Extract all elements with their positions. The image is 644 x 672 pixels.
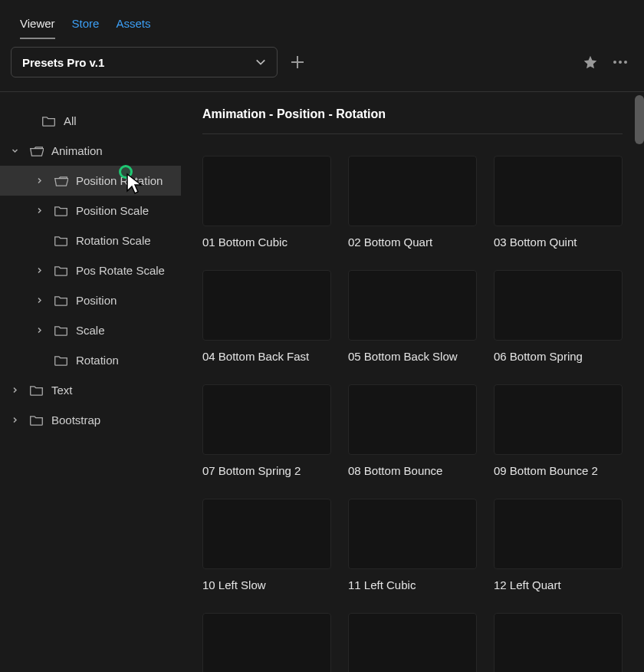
- card-title: 01 Bottom Cubic: [202, 226, 331, 249]
- thumbnail: [348, 613, 477, 672]
- preset-card[interactable]: 11 Left Cubic: [348, 499, 477, 591]
- preset-card[interactable]: 08 Bottom Bounce: [348, 384, 477, 477]
- sidebar-item-label: Rotation Scale: [76, 234, 151, 247]
- chevron-right-icon: [8, 417, 21, 423]
- sidebar-item-label: Bootstrap: [51, 413, 100, 427]
- chevron-right-icon: [32, 327, 46, 334]
- preset-card[interactable]: 04 Bottom Back Fast: [202, 270, 331, 363]
- chevron-right-icon: [8, 387, 21, 394]
- thumbnail: [348, 384, 477, 455]
- sidebar-item-pos-rotate-scale[interactable]: Pos Rotate Scale: [0, 255, 181, 285]
- sidebar-item-label: Animation: [51, 144, 103, 157]
- sidebar-item-all[interactable]: All: [0, 106, 181, 136]
- sidebar-item-label: Text: [51, 384, 73, 397]
- sidebar-item-label: Rotation: [76, 354, 119, 367]
- card-title: 11 Left Cubic: [348, 569, 477, 591]
- chevron-right-icon: [32, 267, 46, 274]
- folder-icon: [29, 414, 44, 427]
- card-title: 02 Bottom Quart: [348, 226, 477, 249]
- thumbnail: [202, 270, 331, 341]
- thumbnail: [494, 384, 623, 455]
- thumbnail: [494, 270, 623, 341]
- preset-card[interactable]: [494, 613, 623, 672]
- folder-icon: [54, 235, 68, 247]
- folder-icon: [54, 354, 68, 367]
- thumbnail: [202, 499, 331, 569]
- sidebar-item-label: Position Scale: [76, 204, 149, 217]
- favorite-button[interactable]: [583, 54, 598, 70]
- chevron-right-icon: [32, 297, 46, 304]
- folder-icon: [41, 115, 56, 127]
- chevron-right-icon: [32, 207, 46, 214]
- sidebar-item-position-rotation[interactable]: Position Rotation: [0, 166, 181, 196]
- sidebar-item-scale[interactable]: Scale: [0, 315, 181, 345]
- card-title: 04 Bottom Back Fast: [202, 341, 331, 363]
- preset-grid: 01 Bottom Cubic 02 Bottom Quart 03 Botto…: [202, 134, 623, 672]
- sidebar-item-position-scale[interactable]: Position Scale: [0, 196, 181, 226]
- folder-icon: [54, 265, 68, 277]
- card-title: 07 Bottom Spring 2: [202, 455, 331, 477]
- sidebar-item-text[interactable]: Text: [0, 375, 181, 405]
- preset-card[interactable]: [348, 613, 477, 672]
- sidebar-item-animation[interactable]: Animation: [0, 136, 181, 166]
- sidebar-item-label: All: [64, 114, 77, 127]
- thumbnail: [202, 613, 331, 672]
- card-title: 03 Bottom Quint: [494, 226, 623, 249]
- chevron-right-icon: [32, 177, 46, 184]
- preset-card[interactable]: 02 Bottom Quart: [348, 156, 477, 249]
- dropdown-label: Presets Pro v.1: [22, 56, 104, 69]
- card-title: 05 Bottom Back Slow: [348, 341, 477, 363]
- thumbnail: [348, 156, 477, 226]
- thumbnail: [494, 499, 623, 569]
- preset-dropdown[interactable]: Presets Pro v.1: [11, 47, 278, 77]
- sidebar-item-label: Pos Rotate Scale: [76, 264, 165, 277]
- sidebar: All Animation Position Rotation Position…: [0, 92, 181, 672]
- folder-icon: [54, 205, 68, 217]
- folder-icon: [29, 384, 44, 397]
- thumbnail: [348, 499, 477, 569]
- sidebar-item-label: Position: [76, 294, 117, 307]
- preset-card[interactable]: [202, 613, 331, 672]
- main-panel: Amimation - Position - Rotation 01 Botto…: [181, 92, 644, 672]
- more-options-button[interactable]: [610, 61, 630, 64]
- chevron-down-icon: [255, 57, 266, 68]
- preset-card[interactable]: 12 Left Quart: [494, 499, 623, 591]
- card-title: 08 Bottom Bounce: [348, 455, 477, 477]
- chevron-down-icon: [8, 147, 21, 154]
- card-title: 10 Left Slow: [202, 569, 331, 591]
- folder-icon: [54, 295, 68, 307]
- folder-icon: [54, 324, 68, 337]
- tab-assets[interactable]: Assets: [116, 17, 150, 39]
- card-title: 06 Bottom Spring: [494, 341, 623, 363]
- sidebar-item-rotation[interactable]: Rotation: [0, 345, 181, 375]
- preset-card[interactable]: 01 Bottom Cubic: [202, 156, 331, 249]
- folder-open-icon: [54, 175, 68, 187]
- sidebar-item-label: Position Rotation: [76, 174, 163, 187]
- tab-store[interactable]: Store: [72, 17, 100, 39]
- preset-card[interactable]: 06 Bottom Spring: [494, 270, 623, 363]
- card-title: 09 Bottom Bounce 2: [494, 455, 623, 477]
- breadcrumb: Amimation - Position - Rotation: [202, 107, 623, 134]
- thumbnail: [348, 270, 477, 341]
- preset-card[interactable]: 03 Bottom Quint: [494, 156, 623, 249]
- sidebar-item-bootstrap[interactable]: Bootstrap: [0, 405, 181, 435]
- scrollbar[interactable]: [635, 95, 644, 144]
- folder-open-icon: [29, 145, 44, 157]
- preset-card[interactable]: 07 Bottom Spring 2: [202, 384, 331, 477]
- preset-card[interactable]: 09 Bottom Bounce 2: [494, 384, 623, 477]
- tabs-bar: Viewer Store Assets: [0, 0, 644, 39]
- sidebar-item-rotation-scale[interactable]: Rotation Scale: [0, 226, 181, 255]
- sidebar-item-label: Scale: [76, 324, 105, 337]
- toolbar: Presets Pro v.1: [0, 39, 644, 91]
- add-button[interactable]: [290, 54, 305, 70]
- preset-card[interactable]: 10 Left Slow: [202, 499, 331, 591]
- card-title: 12 Left Quart: [494, 569, 623, 591]
- thumbnail: [202, 384, 331, 455]
- tab-viewer[interactable]: Viewer: [20, 17, 55, 39]
- thumbnail: [202, 156, 331, 226]
- thumbnail: [494, 156, 623, 226]
- sidebar-item-position[interactable]: Position: [0, 285, 181, 315]
- preset-card[interactable]: 05 Bottom Back Slow: [348, 270, 477, 363]
- thumbnail: [494, 613, 623, 672]
